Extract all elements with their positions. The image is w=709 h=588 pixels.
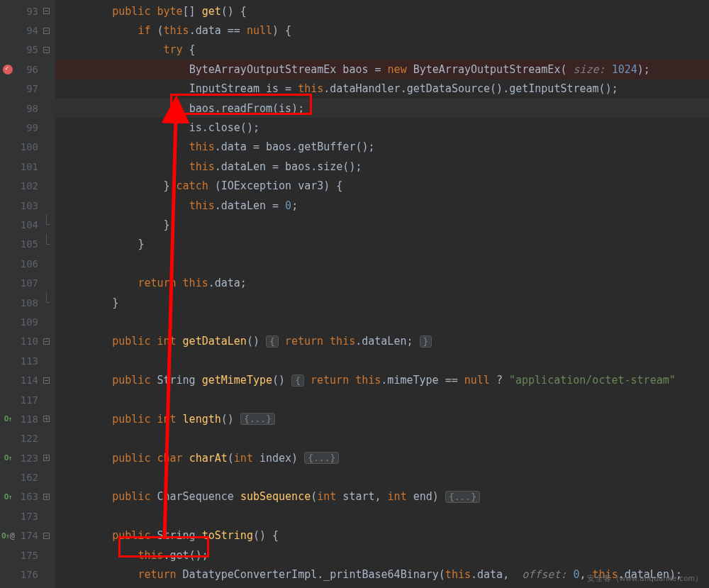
fold-column[interactable] (40, 47, 52, 53)
code-line[interactable]: public String getMimeType() { return thi… (55, 370, 709, 389)
fold-column[interactable] (40, 241, 52, 248)
gutter-row[interactable]: 98 (0, 99, 55, 118)
fold-column[interactable] (40, 221, 52, 228)
code-line[interactable]: ByteArrayOutputStreamEx baos = new ByteA… (55, 60, 709, 79)
fold-closed-icon[interactable] (43, 455, 50, 461)
gutter-row[interactable]: 107 (0, 273, 55, 292)
line-number[interactable]: 103 (16, 200, 40, 211)
fold-open-icon[interactable] (43, 338, 50, 345)
code-line[interactable]: return this.data; (55, 273, 709, 292)
code-line[interactable]: public int length() {...} (55, 409, 709, 428)
gutter-row[interactable]: O↑123 (0, 448, 55, 467)
fold-closed-icon[interactable] (43, 494, 50, 500)
fold-column[interactable] (40, 28, 52, 34)
gutter-row[interactable]: 109 (0, 312, 55, 331)
gutter-row[interactable]: 95 (0, 40, 55, 60)
gutter-row[interactable]: 96 (0, 60, 55, 79)
line-number[interactable]: 106 (16, 258, 40, 270)
gutter-row[interactable]: 110 (0, 332, 55, 351)
line-number[interactable]: 104 (16, 219, 40, 231)
line-number[interactable]: 101 (16, 161, 40, 172)
code-line[interactable]: } (55, 235, 709, 254)
code-line[interactable]: public int getDataLen() { return this.da… (55, 332, 709, 351)
gutter-row[interactable]: 114 (0, 370, 55, 389)
line-number[interactable]: 98 (16, 103, 40, 114)
code-line[interactable]: } catch (IOException var3) { (55, 177, 709, 196)
gutter-row[interactable]: 175 (0, 545, 55, 565)
line-number[interactable]: 105 (16, 238, 40, 250)
fold-column[interactable] (40, 494, 52, 500)
override-up-icon[interactable]: O↑ (4, 453, 12, 462)
code-line[interactable] (55, 351, 709, 370)
gutter-row[interactable]: 104 (0, 215, 55, 234)
code-line[interactable]: } (55, 293, 709, 312)
line-number[interactable]: 95 (16, 44, 40, 55)
code-line[interactable]: try { (55, 40, 709, 60)
line-number[interactable]: 94 (16, 25, 40, 36)
code-line[interactable]: public String toString() { (55, 526, 709, 545)
code-line[interactable]: public char charAt(int index) {...} (55, 448, 709, 467)
line-number[interactable]: 110 (16, 335, 40, 347)
line-number[interactable]: 176 (16, 569, 40, 580)
gutter-row[interactable]: 99 (0, 118, 55, 137)
line-number[interactable]: 96 (16, 64, 40, 75)
code-line[interactable]: this.dataLen = baos.size(); (55, 157, 709, 176)
gutter[interactable]: 9394959697989910010110210310410510610710… (0, 0, 55, 588)
gutter-row[interactable]: 106 (0, 254, 55, 273)
fold-column[interactable] (40, 533, 52, 539)
gutter-row[interactable]: 93 (0, 1, 55, 21)
line-number[interactable]: 122 (16, 433, 40, 444)
code-line[interactable]: } (55, 215, 709, 234)
override-up-icon[interactable]: O↑ (4, 414, 12, 423)
code-line[interactable]: this.data = baos.getBuffer(); (55, 138, 709, 157)
fold-column[interactable] (40, 416, 52, 422)
code-line[interactable] (55, 254, 709, 273)
line-number[interactable]: 97 (16, 83, 40, 94)
fold-open-icon[interactable] (43, 28, 50, 34)
gutter-row[interactable]: O↑@174 (0, 526, 55, 545)
line-number[interactable]: 162 (16, 472, 40, 483)
line-number[interactable]: 100 (16, 141, 40, 152)
fold-column[interactable] (40, 377, 52, 384)
code-line[interactable] (55, 312, 709, 331)
code-line[interactable] (55, 506, 709, 526)
gutter-row[interactable]: 117 (0, 390, 55, 409)
line-number[interactable]: 108 (16, 297, 40, 309)
line-number[interactable]: 163 (16, 491, 40, 502)
line-number[interactable]: 118 (16, 414, 40, 425)
line-number[interactable]: 113 (16, 355, 40, 367)
line-number[interactable]: 99 (16, 122, 40, 133)
line-number[interactable]: 102 (16, 180, 40, 192)
fold-open-icon[interactable] (43, 47, 50, 53)
gutter-row[interactable]: 101 (0, 157, 55, 176)
gutter-row[interactable]: 176 (0, 565, 55, 584)
override-up-at-icon[interactable]: O↑@ (1, 531, 14, 540)
gutter-row[interactable]: 94 (0, 21, 55, 40)
line-number[interactable]: 114 (16, 375, 40, 386)
code-line[interactable]: is.close(); (55, 118, 709, 137)
gutter-row[interactable]: O↑118 (0, 409, 55, 428)
code-line[interactable] (55, 467, 709, 487)
fold-column[interactable] (40, 8, 52, 14)
code-line[interactable]: public byte[] get() { (55, 1, 709, 21)
line-number[interactable]: 109 (16, 316, 40, 328)
gutter-row[interactable]: 173 (0, 506, 55, 526)
fold-open-icon[interactable] (43, 377, 50, 384)
line-number[interactable]: 93 (16, 6, 40, 17)
gutter-row[interactable]: 97 (0, 79, 55, 99)
code-line[interactable] (55, 390, 709, 409)
fold-open-icon[interactable] (43, 8, 50, 14)
gutter-row[interactable]: 100 (0, 138, 55, 157)
line-number[interactable]: 175 (16, 550, 40, 561)
gutter-row[interactable]: O↑163 (0, 487, 55, 506)
fold-open-icon[interactable] (43, 533, 50, 539)
override-up-icon[interactable]: O↑ (4, 492, 12, 501)
gutter-row[interactable]: 122 (0, 429, 55, 448)
line-number[interactable]: 123 (16, 453, 40, 464)
gutter-row[interactable]: 162 (0, 467, 55, 487)
code-area[interactable]: public byte[] get() { if (this.data == n… (55, 0, 709, 588)
fold-closed-icon[interactable] (43, 416, 50, 422)
code-line[interactable]: public CharSequence subSequence(int star… (55, 487, 709, 506)
gutter-row[interactable]: 108 (0, 293, 55, 312)
code-line[interactable]: InputStream is = this.dataHandler.getDat… (55, 79, 709, 99)
